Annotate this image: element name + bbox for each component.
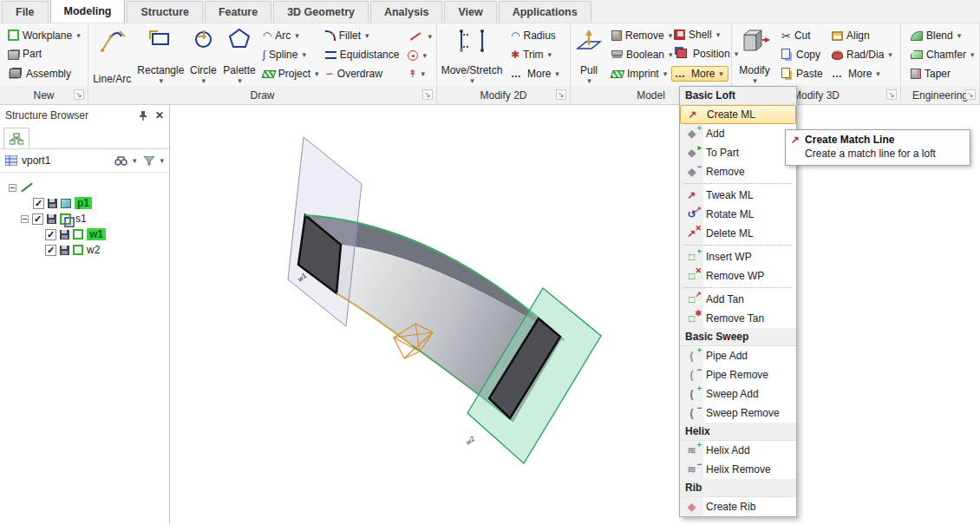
tree-row-w1[interactable]: w1 bbox=[45, 226, 169, 242]
menu-item-sweep-add[interactable]: (+Sweep Add bbox=[680, 384, 796, 404]
part-button[interactable]: Part bbox=[5, 47, 44, 61]
remove-3d-icon bbox=[611, 30, 622, 41]
tree-row-p1[interactable]: p1 bbox=[33, 195, 169, 211]
imprint-button[interactable]: Imprint▾ bbox=[609, 67, 668, 81]
node-label-w1[interactable]: w1 bbox=[87, 228, 106, 240]
boolean-button[interactable]: Boolean▾ bbox=[609, 48, 668, 62]
filter-funnel-icon[interactable] bbox=[144, 156, 154, 166]
construction-line-button[interactable]: ▾ bbox=[405, 30, 434, 43]
collapse-icon[interactable] bbox=[21, 215, 29, 223]
construction-circle-button[interactable]: ▾ bbox=[405, 49, 434, 62]
arc-label: Arc bbox=[275, 30, 291, 42]
dropdown-caret[interactable]: ▾ bbox=[160, 156, 164, 165]
tab-applications[interactable]: Applications bbox=[499, 1, 591, 23]
chamfer-button[interactable]: Chamfer▾ bbox=[908, 48, 977, 62]
blend-button[interactable]: Blend▾ bbox=[908, 29, 964, 43]
more-model-button[interactable]: …More▾ bbox=[671, 66, 728, 82]
tab-structure[interactable]: Structure bbox=[127, 1, 203, 23]
dialog-launcher-icon[interactable]: ↘ bbox=[422, 89, 433, 100]
tab-analysis[interactable]: Analysis bbox=[370, 1, 442, 23]
collapse-icon[interactable] bbox=[9, 184, 16, 192]
visibility-checkbox[interactable] bbox=[45, 245, 56, 256]
menu-item-tweak-ml[interactable]: ↗Tweak ML bbox=[680, 186, 796, 205]
tab-view[interactable]: View bbox=[444, 1, 496, 23]
shell-button[interactable]: Shell▾ bbox=[671, 28, 728, 42]
visibility-checkbox[interactable] bbox=[45, 229, 56, 240]
menu-item-pipe-add[interactable]: (+Pipe Add bbox=[680, 346, 796, 365]
tree-row-s1[interactable]: s1 bbox=[21, 211, 169, 226]
dropdown-caret: ▾ bbox=[315, 69, 319, 78]
visibility-checkbox[interactable] bbox=[33, 198, 44, 209]
dialog-launcher-icon[interactable]: ↘ bbox=[965, 89, 976, 100]
dialog-launcher-icon[interactable]: ↘ bbox=[74, 89, 84, 100]
viewport-3d[interactable]: w1 w2 bbox=[170, 105, 980, 524]
create-match-line-tooltip: ↗ Create Match Line Create a match line … bbox=[785, 129, 970, 166]
menu-item-to-part[interactable]: ◆▸To Part bbox=[680, 143, 796, 162]
node-label-p1[interactable]: p1 bbox=[75, 197, 92, 209]
point-button[interactable]: ↟▾ bbox=[405, 68, 434, 80]
tab-file[interactable]: File bbox=[2, 1, 49, 23]
overdraw-icon: ∽ bbox=[325, 68, 334, 80]
menu-item-insert-wp[interactable]: □+Insert WP bbox=[680, 247, 796, 266]
taper-button[interactable]: Taper bbox=[908, 67, 953, 81]
spline-button[interactable]: ∫Spline▾ bbox=[260, 48, 319, 62]
pull-button[interactable]: Pull ▾ bbox=[571, 24, 607, 85]
overdraw-button[interactable]: ∽Overdraw bbox=[323, 67, 402, 81]
cut-button[interactable]: ✂Cut bbox=[779, 29, 826, 43]
menu-item-add[interactable]: ◆+Add bbox=[680, 124, 796, 143]
project-button[interactable]: Project▾ bbox=[260, 67, 319, 81]
more-2d-button[interactable]: …More▾ bbox=[508, 67, 565, 81]
visibility-checkbox[interactable] bbox=[32, 213, 43, 225]
assembly-button[interactable]: Assembly bbox=[5, 66, 74, 81]
tab-3d-geometry[interactable]: 3D Geometry bbox=[273, 1, 369, 23]
menu-item-rotate-ml[interactable]: ↺↗Rotate ML bbox=[680, 205, 796, 224]
menu-item-label: Pipe Remove bbox=[706, 369, 768, 381]
dropdown-caret: ▾ bbox=[365, 31, 369, 40]
tab-feature[interactable]: Feature bbox=[205, 1, 271, 23]
arc-button[interactable]: ◠Arc▾ bbox=[260, 29, 319, 43]
rad-dia-button[interactable]: Rad/Dia▾ bbox=[829, 48, 895, 62]
paste-button[interactable]: Paste bbox=[779, 67, 826, 81]
tree-row-w2[interactable]: w2 bbox=[45, 242, 169, 258]
workplane-button[interactable]: Workplane▾ bbox=[5, 29, 83, 43]
menu-item-helix-remove[interactable]: ≋−Helix Remove bbox=[680, 460, 796, 479]
close-icon[interactable]: ✕ bbox=[155, 109, 164, 121]
position-button[interactable]: Position▾ bbox=[671, 45, 728, 62]
node-label-s1[interactable]: s1 bbox=[75, 213, 87, 225]
trim-button[interactable]: ✱Trim▾ bbox=[508, 48, 565, 62]
menu-item-pipe-remove[interactable]: (−Pipe Remove bbox=[680, 365, 796, 384]
node-label-w2[interactable]: w2 bbox=[87, 244, 100, 256]
dialog-launcher-icon[interactable]: ↘ bbox=[556, 89, 566, 100]
palette-button[interactable]: Palette ▾ bbox=[220, 24, 258, 85]
tree-root-row[interactable] bbox=[9, 180, 169, 195]
search-binoculars-icon[interactable] bbox=[114, 156, 127, 166]
menu-item-remove-tan[interactable]: □✱Remove Tan bbox=[680, 309, 796, 328]
circle-button[interactable]: Circle ▾ bbox=[186, 24, 220, 85]
radius-button[interactable]: ◠Radius bbox=[508, 29, 565, 43]
menu-item-helix-add[interactable]: ≋+Helix Add bbox=[680, 441, 796, 460]
pin-icon[interactable] bbox=[138, 110, 148, 121]
rectangle-button[interactable]: Rectangle ▾ bbox=[135, 24, 186, 85]
line-arc-button[interactable]: Line/Arc bbox=[88, 24, 135, 85]
menu-item-sweep-remove[interactable]: (−Sweep Remove bbox=[680, 404, 796, 423]
move-stretch-button[interactable]: Move/Stretch ▾ bbox=[437, 24, 506, 85]
dialog-launcher-icon[interactable]: ↘ bbox=[886, 89, 897, 100]
copy-button[interactable]: Copy bbox=[779, 48, 826, 62]
fillet-button[interactable]: Fillet▾ bbox=[323, 29, 402, 43]
tab-modeling[interactable]: Modeling bbox=[50, 0, 126, 23]
equidistance-button[interactable]: Equidistance bbox=[323, 48, 402, 62]
menu-item-create-rib[interactable]: ◆Create Rib bbox=[680, 497, 796, 516]
dropdown-caret[interactable]: ▾ bbox=[133, 156, 137, 165]
more-3d-button[interactable]: …More▾ bbox=[829, 67, 895, 81]
menu-item-create-ml[interactable]: ↗Create ML bbox=[680, 105, 796, 124]
viewport-canvas[interactable]: w1 w2 bbox=[170, 105, 980, 524]
remove-3d-button[interactable]: Remove▾ bbox=[609, 29, 668, 43]
menu-item-add-tan[interactable]: □↗Add Tan bbox=[680, 290, 796, 309]
menu-item-remove[interactable]: ◆−Remove bbox=[680, 162, 796, 181]
dropdown-caret: ▾ bbox=[202, 76, 206, 85]
align-button[interactable]: Align bbox=[829, 29, 895, 43]
menu-item-delete-ml[interactable]: ↗✕Delete ML bbox=[680, 224, 796, 243]
modify-button[interactable]: Modify ▾ bbox=[732, 24, 777, 85]
menu-item-remove-wp[interactable]: □✕Remove WP bbox=[680, 266, 796, 285]
tab-structure-tree[interactable] bbox=[3, 128, 29, 148]
